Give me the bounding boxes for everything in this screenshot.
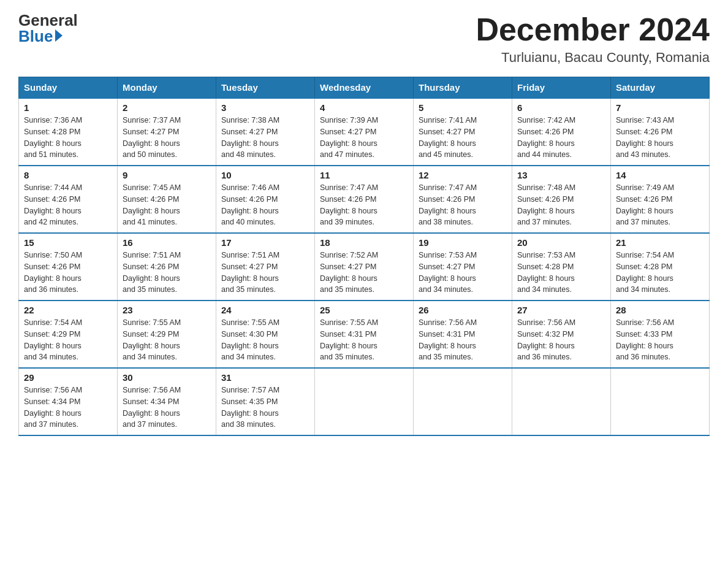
calendar-week-1: 1 Sunrise: 7:36 AM Sunset: 4:28 PM Dayli… (19, 98, 710, 166)
day-info: Sunrise: 7:47 AM Sunset: 4:26 PM Dayligh… (419, 183, 477, 226)
day-number: 26 (419, 305, 507, 315)
day-info: Sunrise: 7:56 AM Sunset: 4:34 PM Dayligh… (24, 386, 82, 429)
day-number: 20 (517, 237, 605, 248)
day-number: 10 (221, 170, 309, 180)
day-info: Sunrise: 7:57 AM Sunset: 4:35 PM Dayligh… (221, 386, 279, 429)
col-header-friday: Friday (512, 77, 611, 99)
calendar-week-2: 8 Sunrise: 7:44 AM Sunset: 4:26 PM Dayli… (19, 166, 710, 233)
calendar-cell: 30 Sunrise: 7:56 AM Sunset: 4:34 PM Dayl… (118, 368, 216, 435)
calendar-cell: 29 Sunrise: 7:56 AM Sunset: 4:34 PM Dayl… (19, 368, 118, 435)
day-number: 2 (123, 102, 211, 113)
day-number: 3 (221, 102, 309, 113)
calendar-cell: 9 Sunrise: 7:45 AM Sunset: 4:26 PM Dayli… (118, 166, 216, 233)
day-number: 18 (320, 237, 408, 248)
day-number: 14 (616, 170, 704, 180)
col-header-monday: Monday (118, 77, 216, 99)
calendar-cell: 23 Sunrise: 7:55 AM Sunset: 4:29 PM Dayl… (118, 301, 216, 368)
page-header: General Blue December 2024 Turluianu, Ba… (18, 12, 710, 66)
calendar-cell: 14 Sunrise: 7:49 AM Sunset: 4:26 PM Dayl… (611, 166, 710, 233)
col-header-sunday: Sunday (19, 77, 118, 99)
calendar-week-4: 22 Sunrise: 7:54 AM Sunset: 4:29 PM Dayl… (19, 301, 710, 368)
day-info: Sunrise: 7:45 AM Sunset: 4:26 PM Dayligh… (123, 183, 181, 226)
day-info: Sunrise: 7:53 AM Sunset: 4:27 PM Dayligh… (419, 251, 477, 294)
day-info: Sunrise: 7:53 AM Sunset: 4:28 PM Dayligh… (517, 251, 575, 294)
day-info: Sunrise: 7:56 AM Sunset: 4:31 PM Dayligh… (419, 318, 477, 361)
calendar-cell: 4 Sunrise: 7:39 AM Sunset: 4:27 PM Dayli… (315, 98, 414, 166)
col-header-saturday: Saturday (611, 77, 710, 99)
day-number: 30 (123, 372, 211, 383)
calendar-cell: 20 Sunrise: 7:53 AM Sunset: 4:28 PM Dayl… (512, 233, 611, 301)
day-number: 1 (24, 102, 112, 113)
day-number: 25 (320, 305, 408, 315)
calendar-cell: 7 Sunrise: 7:43 AM Sunset: 4:26 PM Dayli… (611, 98, 710, 166)
day-info: Sunrise: 7:41 AM Sunset: 4:27 PM Dayligh… (419, 116, 477, 159)
calendar-cell: 19 Sunrise: 7:53 AM Sunset: 4:27 PM Dayl… (414, 233, 512, 301)
day-number: 28 (616, 305, 704, 315)
calendar-header-row: SundayMondayTuesdayWednesdayThursdayFrid… (19, 77, 710, 99)
day-number: 22 (24, 305, 112, 315)
day-info: Sunrise: 7:56 AM Sunset: 4:34 PM Dayligh… (123, 386, 181, 429)
calendar-week-3: 15 Sunrise: 7:50 AM Sunset: 4:26 PM Dayl… (19, 233, 710, 301)
month-title: December 2024 (476, 12, 710, 47)
calendar-cell (414, 368, 512, 435)
calendar-cell: 8 Sunrise: 7:44 AM Sunset: 4:26 PM Dayli… (19, 166, 118, 233)
calendar-cell: 18 Sunrise: 7:52 AM Sunset: 4:27 PM Dayl… (315, 233, 414, 301)
col-header-tuesday: Tuesday (216, 77, 315, 99)
calendar-cell (315, 368, 414, 435)
calendar-cell: 27 Sunrise: 7:56 AM Sunset: 4:32 PM Dayl… (512, 301, 611, 368)
calendar-cell: 31 Sunrise: 7:57 AM Sunset: 4:35 PM Dayl… (216, 368, 315, 435)
day-info: Sunrise: 7:46 AM Sunset: 4:26 PM Dayligh… (221, 183, 279, 226)
day-info: Sunrise: 7:49 AM Sunset: 4:26 PM Dayligh… (616, 183, 674, 226)
calendar-cell: 24 Sunrise: 7:55 AM Sunset: 4:30 PM Dayl… (216, 301, 315, 368)
calendar-cell: 26 Sunrise: 7:56 AM Sunset: 4:31 PM Dayl… (414, 301, 512, 368)
day-number: 8 (24, 170, 112, 180)
location-text: Turluianu, Bacau County, Romania (476, 50, 710, 66)
calendar-cell: 21 Sunrise: 7:54 AM Sunset: 4:28 PM Dayl… (611, 233, 710, 301)
calendar-cell (611, 368, 710, 435)
day-info: Sunrise: 7:51 AM Sunset: 4:27 PM Dayligh… (221, 251, 279, 294)
title-block: December 2024 Turluianu, Bacau County, R… (476, 12, 710, 66)
day-number: 6 (517, 102, 605, 113)
day-number: 7 (616, 102, 704, 113)
calendar-cell: 13 Sunrise: 7:48 AM Sunset: 4:26 PM Dayl… (512, 166, 611, 233)
logo-blue-text: Blue (18, 28, 63, 44)
calendar-cell: 3 Sunrise: 7:38 AM Sunset: 4:27 PM Dayli… (216, 98, 315, 166)
day-number: 29 (24, 372, 112, 383)
day-info: Sunrise: 7:52 AM Sunset: 4:27 PM Dayligh… (320, 251, 378, 294)
day-number: 17 (221, 237, 309, 248)
day-number: 23 (123, 305, 211, 315)
day-number: 15 (24, 237, 112, 248)
day-number: 31 (221, 372, 309, 383)
calendar-cell: 25 Sunrise: 7:55 AM Sunset: 4:31 PM Dayl… (315, 301, 414, 368)
day-info: Sunrise: 7:47 AM Sunset: 4:26 PM Dayligh… (320, 183, 378, 226)
day-number: 13 (517, 170, 605, 180)
day-info: Sunrise: 7:55 AM Sunset: 4:31 PM Dayligh… (320, 318, 378, 361)
day-info: Sunrise: 7:56 AM Sunset: 4:32 PM Dayligh… (517, 318, 575, 361)
calendar-cell: 5 Sunrise: 7:41 AM Sunset: 4:27 PM Dayli… (414, 98, 512, 166)
logo-general-text: General (18, 12, 78, 28)
calendar-cell: 6 Sunrise: 7:42 AM Sunset: 4:26 PM Dayli… (512, 98, 611, 166)
col-header-wednesday: Wednesday (315, 77, 414, 99)
day-info: Sunrise: 7:55 AM Sunset: 4:30 PM Dayligh… (221, 318, 279, 361)
day-number: 12 (419, 170, 507, 180)
logo-arrow-icon (55, 29, 63, 42)
day-number: 16 (123, 237, 211, 248)
calendar-cell: 22 Sunrise: 7:54 AM Sunset: 4:29 PM Dayl… (19, 301, 118, 368)
calendar-cell: 15 Sunrise: 7:50 AM Sunset: 4:26 PM Dayl… (19, 233, 118, 301)
day-info: Sunrise: 7:43 AM Sunset: 4:26 PM Dayligh… (616, 116, 674, 159)
calendar-table: SundayMondayTuesdayWednesdayThursdayFrid… (18, 77, 710, 436)
calendar-cell: 11 Sunrise: 7:47 AM Sunset: 4:26 PM Dayl… (315, 166, 414, 233)
day-number: 4 (320, 102, 408, 113)
day-info: Sunrise: 7:42 AM Sunset: 4:26 PM Dayligh… (517, 116, 575, 159)
day-info: Sunrise: 7:48 AM Sunset: 4:26 PM Dayligh… (517, 183, 575, 226)
day-number: 11 (320, 170, 408, 180)
logo: General Blue (18, 12, 78, 44)
col-header-thursday: Thursday (414, 77, 512, 99)
day-info: Sunrise: 7:56 AM Sunset: 4:33 PM Dayligh… (616, 318, 674, 361)
day-number: 21 (616, 237, 704, 248)
calendar-week-5: 29 Sunrise: 7:56 AM Sunset: 4:34 PM Dayl… (19, 368, 710, 435)
calendar-cell: 1 Sunrise: 7:36 AM Sunset: 4:28 PM Dayli… (19, 98, 118, 166)
day-info: Sunrise: 7:38 AM Sunset: 4:27 PM Dayligh… (221, 116, 279, 159)
day-number: 5 (419, 102, 507, 113)
day-info: Sunrise: 7:50 AM Sunset: 4:26 PM Dayligh… (24, 251, 82, 294)
